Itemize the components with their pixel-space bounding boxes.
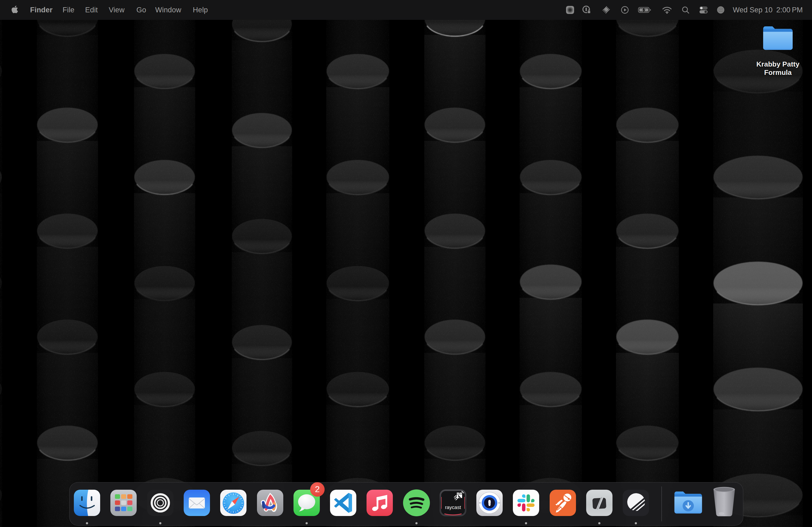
- svg-text:raycast: raycast: [445, 505, 461, 510]
